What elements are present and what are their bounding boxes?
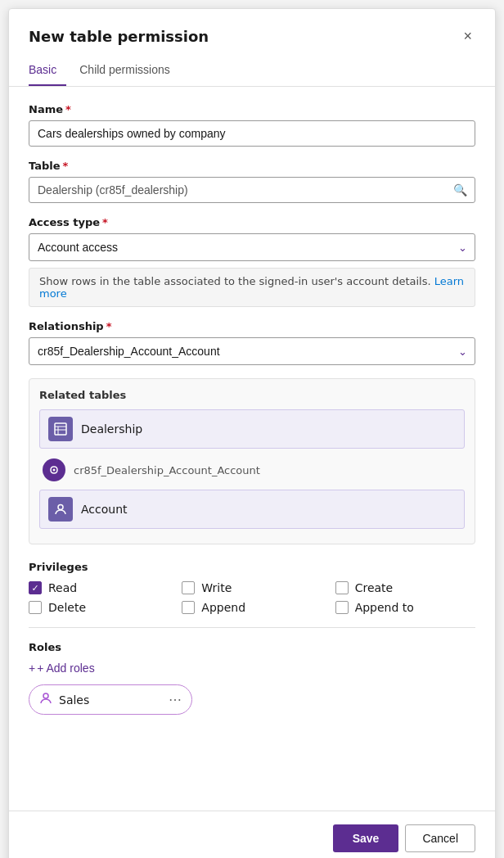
role-left: Sales: [39, 692, 89, 707]
name-required-indicator: *: [65, 103, 71, 115]
relationship-required-indicator: *: [106, 320, 112, 332]
tab-bar: Basic Child permissions: [9, 56, 495, 87]
account-table-icon: [48, 497, 73, 522]
access-type-select[interactable]: Account access Contact access Self acces…: [29, 233, 475, 261]
read-label: Read: [48, 581, 77, 594]
privilege-delete: Delete: [29, 601, 169, 614]
privilege-append: Append: [182, 601, 322, 614]
related-table-account: Account: [39, 490, 465, 529]
add-roles-plus-icon: +: [29, 662, 35, 675]
privileges-section: Privileges Read Write Create Delete: [29, 561, 475, 614]
name-input[interactable]: [29, 120, 475, 147]
svg-point-6: [43, 693, 48, 698]
role-menu-button[interactable]: ⋯: [169, 693, 182, 707]
dealership-label: Dealership: [81, 422, 142, 436]
access-type-info-box: Show rows in the table associated to the…: [29, 268, 475, 307]
delete-label: Delete: [48, 601, 86, 614]
cancel-button[interactable]: Cancel: [405, 824, 475, 852]
role-person-icon: [39, 692, 52, 707]
privileges-grid: Read Write Create Delete Append: [29, 581, 475, 614]
save-button[interactable]: Save: [333, 824, 399, 852]
access-type-label: Access type *: [29, 216, 475, 228]
roles-title: Roles: [29, 641, 475, 653]
divider-after-privileges: [29, 627, 475, 628]
relationship-link-icon: [43, 458, 65, 481]
tab-basic[interactable]: Basic: [29, 56, 66, 86]
tab-child-permissions[interactable]: Child permissions: [79, 56, 179, 86]
relationship-label: Relationship *: [29, 320, 475, 332]
svg-rect-0: [55, 423, 66, 435]
relationship-select-wrapper: cr85f_Dealership_Account_Account ⌄: [29, 337, 475, 365]
add-roles-button[interactable]: + + Add roles: [29, 660, 95, 676]
relationship-connector-label: cr85f_Dealership_Account_Account: [74, 464, 260, 476]
delete-checkbox[interactable]: [29, 601, 42, 614]
append-checkbox[interactable]: [182, 601, 195, 614]
table-search-input[interactable]: [29, 177, 475, 203]
svg-point-4: [53, 469, 56, 472]
create-checkbox[interactable]: [335, 581, 349, 594]
dialog-title: New table permission: [29, 28, 209, 45]
access-type-select-wrapper: Account access Contact access Self acces…: [29, 233, 475, 261]
account-label: Account: [81, 503, 128, 516]
name-field-group: Name *: [29, 103, 475, 147]
close-button[interactable]: ×: [460, 25, 475, 47]
access-type-field-group: Access type * Account access Contact acc…: [29, 216, 475, 307]
form-content: Name * Table * 🔍 Access type *: [9, 103, 495, 811]
table-required-indicator: *: [63, 160, 69, 172]
name-label: Name *: [29, 103, 475, 115]
privilege-write: Write: [182, 581, 322, 594]
related-tables-box: Related tables Dealership: [29, 378, 475, 544]
append-to-label: Append to: [355, 601, 414, 614]
related-tables-title: Related tables: [39, 389, 465, 401]
dialog-footer: Save Cancel: [9, 811, 495, 858]
append-to-checkbox[interactable]: [335, 601, 349, 614]
related-table-relationship: cr85f_Dealership_Account_Account: [39, 454, 465, 486]
write-checkbox[interactable]: [182, 581, 195, 594]
role-name: Sales: [59, 693, 89, 707]
dialog-header: New table permission ×: [9, 9, 495, 56]
table-field-group: Table * 🔍: [29, 160, 475, 203]
create-label: Create: [355, 581, 394, 594]
append-label: Append: [201, 601, 245, 614]
relationship-field-group: Relationship * cr85f_Dealership_Account_…: [29, 320, 475, 365]
read-checkbox[interactable]: [29, 581, 42, 594]
privilege-append-to: Append to: [335, 601, 475, 614]
new-table-permission-dialog: New table permission × Basic Child permi…: [8, 8, 496, 858]
table-label: Table *: [29, 160, 475, 172]
roles-section: Roles + + Add roles Sales ⋯: [29, 641, 475, 715]
privileges-title: Privileges: [29, 561, 475, 573]
dealership-table-icon: [48, 417, 73, 441]
relationship-select[interactable]: cr85f_Dealership_Account_Account: [29, 337, 475, 365]
related-table-dealership: Dealership: [39, 409, 465, 449]
access-type-required-indicator: *: [102, 216, 108, 228]
role-sales-item: Sales ⋯: [29, 684, 192, 715]
table-search-wrapper: 🔍: [29, 177, 475, 203]
privilege-read: Read: [29, 581, 169, 594]
privilege-create: Create: [335, 581, 475, 594]
svg-point-5: [58, 505, 63, 510]
write-label: Write: [201, 581, 232, 594]
